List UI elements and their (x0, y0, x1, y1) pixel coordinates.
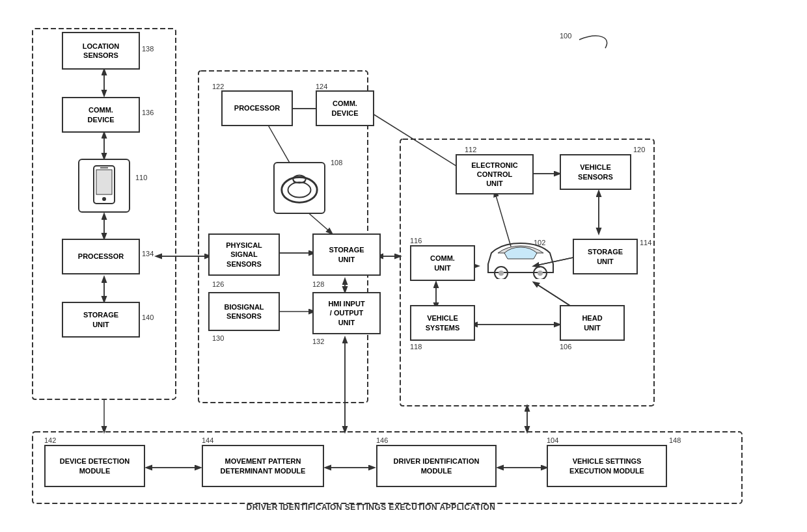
location-sensors-label: LOCATIONSENSORS (83, 42, 120, 60)
phone-icon (91, 165, 117, 207)
ref-118: 118 (410, 343, 422, 351)
comm-unit-label: COMM.UNIT (430, 254, 455, 273)
storage-mid-label: STORAGEUNIT (329, 245, 364, 264)
processor-mid-label: PROCESSOR (234, 103, 280, 113)
ref-106: 106 (560, 343, 571, 351)
svg-line-60 (305, 179, 306, 183)
car-box (482, 237, 560, 279)
ref-146: 146 (376, 436, 388, 444)
ref-124: 124 (316, 83, 327, 90)
car-icon (482, 237, 560, 279)
ref-128: 128 (312, 280, 324, 288)
comm-device-mid-label: COMM.DEVICE (332, 99, 359, 118)
phone-box (78, 159, 130, 213)
ref-116: 116 (410, 237, 422, 245)
physical-signal-sensors-label: PHYSICALSIGNALSENSORS (226, 241, 262, 269)
processor-left-label: PROCESSOR (78, 252, 124, 261)
storage-left-label: STORAGEUNIT (83, 310, 118, 329)
physical-signal-sensors-box: PHYSICALSIGNALSENSORS (208, 233, 280, 276)
head-unit-label: HEADUNIT (582, 313, 602, 332)
vehicle-systems-box: VEHICLESYSTEMS (410, 305, 475, 341)
svg-line-42 (364, 109, 469, 174)
movement-pattern-box: MOVEMENT PATTERNDETERMINANT MODULE (202, 445, 324, 487)
storage-mid-box: STORAGEUNIT (312, 233, 381, 276)
ref-130: 130 (212, 334, 224, 342)
ref-102: 102 (534, 239, 545, 246)
biosignal-sensors-box: BIOSIGNALSENSORS (208, 292, 280, 331)
ref-112: 112 (465, 146, 476, 153)
svg-line-22 (306, 211, 332, 233)
diagram-container: 100 LOCATIONSENSORS 138 COMM.DEVICE 136 … (13, 12, 794, 520)
ref-114: 114 (640, 239, 651, 246)
comm-device-mid-box: COMM.DEVICE (316, 90, 374, 126)
device-detection-box: DEVICE DETECTIONMODULE (44, 445, 145, 487)
processor-left-box: PROCESSOR (62, 239, 140, 274)
ecu-box: ELECTRONICCONTROLUNIT (456, 154, 534, 194)
ref-148: 148 (669, 436, 681, 444)
storage-left-box: STORAGEUNIT (62, 302, 140, 338)
storage-right-label: STORAGEUNIT (588, 247, 623, 266)
svg-point-62 (499, 271, 504, 276)
ref-138: 138 (142, 45, 154, 53)
comm-device-left-box: COMM.DEVICE (62, 97, 140, 133)
processor-mid-box: PROCESSOR (221, 90, 293, 126)
movement-pattern-label: MOVEMENT PATTERNDETERMINANT MODULE (221, 457, 306, 475)
ecu-label: ELECTRONICCONTROLUNIT (471, 161, 518, 189)
storage-right-box: STORAGEUNIT (573, 239, 638, 274)
vehicle-sensors-box: VEHICLESENSORS (560, 154, 631, 190)
comm-device-left-label: COMM.DEVICE (88, 105, 115, 124)
ref-142: 142 (44, 436, 56, 444)
vehicle-systems-label: VEHICLESYSTEMS (426, 313, 460, 332)
vehicle-sensors-label: VEHICLESENSORS (578, 163, 613, 181)
hmi-input-output-label: HMI INPUT/ OUTPUTUNIT (328, 299, 364, 327)
ref-110: 110 (135, 174, 147, 181)
svg-rect-0 (33, 29, 176, 399)
ref-136: 136 (142, 109, 154, 116)
svg-line-59 (293, 179, 294, 183)
wearable-box (273, 162, 325, 214)
svg-rect-53 (96, 170, 112, 194)
app-label: DRIVER IDENTIFICAION SETTINGS EXECUTION … (143, 503, 599, 512)
comm-unit-box: COMM.UNIT (410, 245, 475, 281)
vehicle-settings-box: VEHICLE SETTINGSEXECUTION MODULE (547, 445, 667, 487)
vehicle-settings-label: VEHICLE SETTINGSEXECUTION MODULE (569, 457, 644, 475)
hmi-input-output-box: HMI INPUT/ OUTPUTUNIT (312, 292, 381, 334)
ref-100: 100 (560, 32, 571, 40)
location-sensors-box: LOCATIONSENSORS (62, 32, 140, 70)
svg-point-64 (538, 271, 543, 276)
ref-122: 122 (212, 83, 224, 90)
biosignal-sensors-label: BIOSIGNALSENSORS (224, 302, 264, 321)
head-unit-box: HEADUNIT (560, 305, 625, 341)
svg-point-54 (102, 197, 106, 201)
ref-132: 132 (312, 338, 324, 345)
device-detection-label: DEVICE DETECTIONMODULE (60, 457, 130, 475)
ref-120: 120 (633, 146, 645, 153)
driver-identification-label: DRIVER IDENTIFICATIONMODULE (394, 457, 480, 475)
ref-134: 134 (142, 250, 154, 258)
driver-identification-box: DRIVER IDENTIFICATIONMODULE (376, 445, 497, 487)
ref-140: 140 (142, 313, 154, 321)
ref-104: 104 (547, 436, 558, 444)
ref-126: 126 (212, 280, 224, 288)
ref-144: 144 (202, 436, 213, 444)
ref-108: 108 (331, 159, 342, 166)
svg-point-57 (288, 182, 311, 197)
ring-icon (277, 167, 321, 209)
